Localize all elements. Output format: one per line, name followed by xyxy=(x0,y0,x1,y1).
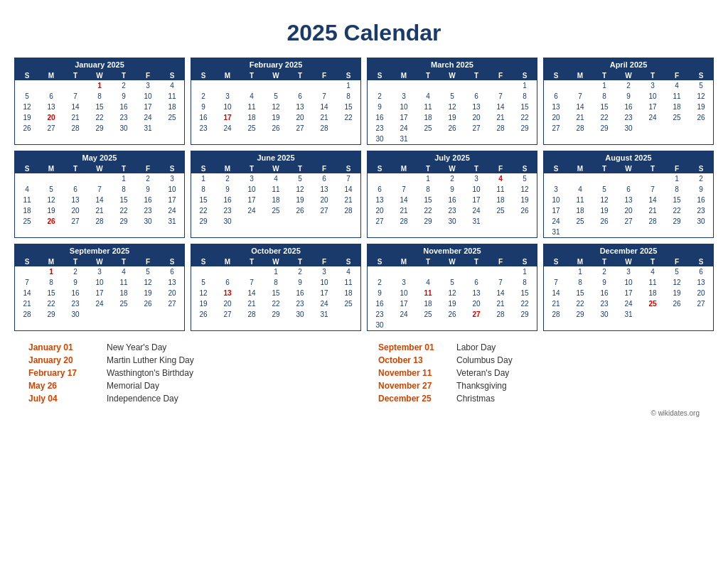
day-cell: 25 xyxy=(488,205,513,216)
day-cell: 2 xyxy=(136,173,160,184)
day-header: F xyxy=(312,164,336,173)
day-cell: 25 xyxy=(160,112,184,123)
day-cell xyxy=(568,227,592,237)
day-cell: 31 xyxy=(464,216,488,227)
day-cell xyxy=(368,173,392,184)
day-cell: 15 xyxy=(264,288,288,298)
day-cell: 26 xyxy=(513,205,537,216)
day-cell: 6 xyxy=(312,173,336,184)
day-cell: 20 xyxy=(39,112,63,123)
day-cell: 8 xyxy=(592,91,616,102)
day-cell xyxy=(665,227,689,237)
day-cell: 18 xyxy=(336,288,360,298)
day-cell: 11 xyxy=(488,184,513,195)
day-cell: 10 xyxy=(616,277,641,288)
day-cell: 12 xyxy=(665,277,689,288)
day-cell: 28 xyxy=(63,123,87,134)
day-cell: 19 xyxy=(592,205,616,216)
day-cell: 14 xyxy=(240,288,264,298)
day-cell: 18 xyxy=(641,288,665,298)
month-block: March 2025SMTWTFS12345678910111213141516… xyxy=(367,58,537,145)
day-cell: 5 xyxy=(264,91,288,102)
day-cell xyxy=(488,320,513,330)
day-cell: 26 xyxy=(264,123,288,134)
month-table: SMTWTFS123456789101112131415161718192021… xyxy=(368,71,537,144)
day-cell xyxy=(513,134,537,144)
day-cell: 12 xyxy=(689,91,713,102)
day-cell: 4 xyxy=(336,266,360,277)
day-cell: 18 xyxy=(264,195,288,205)
day-cell: 3 xyxy=(312,266,336,277)
day-cell: 14 xyxy=(87,195,112,205)
month-header: April 2025 xyxy=(544,58,713,71)
day-cell: 23 xyxy=(368,309,392,320)
day-cell xyxy=(240,216,264,227)
day-cell: 16 xyxy=(368,112,392,123)
holiday-row: November 11Veteran's Day xyxy=(378,368,700,378)
day-cell: 14 xyxy=(641,195,665,205)
day-cell xyxy=(336,123,360,134)
day-cell: 9 xyxy=(368,102,392,112)
day-cell: 14 xyxy=(15,288,39,298)
day-cell xyxy=(488,216,513,227)
day-header: T xyxy=(641,71,665,80)
month-table: SMTWTFS123456789101112131415161718192021… xyxy=(191,164,360,227)
holiday-row: January 20Martin Luther King Day xyxy=(28,355,350,365)
day-cell: 16 xyxy=(440,195,464,205)
day-cell: 1 xyxy=(513,266,537,277)
day-header: S xyxy=(336,257,360,266)
day-cell: 12 xyxy=(39,195,63,205)
day-cell: 12 xyxy=(440,102,464,112)
day-cell xyxy=(15,266,39,277)
day-cell: 7 xyxy=(63,91,87,102)
day-cell xyxy=(416,80,440,91)
day-cell xyxy=(160,123,184,134)
day-header: T xyxy=(464,164,488,173)
holiday-name: Independence Day xyxy=(107,394,178,404)
day-cell xyxy=(464,134,488,144)
day-cell: 11 xyxy=(264,184,288,195)
day-header: T xyxy=(464,71,488,80)
day-cell: 20 xyxy=(215,298,240,309)
day-cell xyxy=(39,80,63,91)
day-header: T xyxy=(288,257,312,266)
holidays-right: September 01Labor DayOctober 13Columbus … xyxy=(378,342,700,406)
day-cell: 2 xyxy=(616,80,641,91)
day-cell: 9 xyxy=(215,184,240,195)
day-cell: 26 xyxy=(136,298,160,309)
day-cell: 26 xyxy=(15,123,39,134)
day-cell: 18 xyxy=(160,102,184,112)
day-cell: 10 xyxy=(215,102,240,112)
day-cell: 7 xyxy=(392,184,416,195)
day-cell: 24 xyxy=(544,216,568,227)
day-cell: 11 xyxy=(15,195,39,205)
day-header: S xyxy=(336,164,360,173)
day-cell xyxy=(440,266,464,277)
day-cell: 28 xyxy=(544,309,568,320)
holiday-date: November 11 xyxy=(378,368,456,378)
day-cell: 5 xyxy=(440,277,464,288)
day-header: M xyxy=(568,71,592,80)
day-cell: 13 xyxy=(544,102,568,112)
day-cell: 21 xyxy=(63,112,87,123)
day-cell: 3 xyxy=(160,173,184,184)
day-cell: 24 xyxy=(136,112,160,123)
month-block: April 2025SMTWTFS12345678910111213141516… xyxy=(543,58,714,145)
day-cell: 9 xyxy=(440,184,464,195)
day-cell: 14 xyxy=(488,102,513,112)
day-header: T xyxy=(641,164,665,173)
day-header: S xyxy=(689,257,713,266)
day-header: T xyxy=(464,257,488,266)
day-cell: 17 xyxy=(240,195,264,205)
day-cell: 8 xyxy=(87,91,112,102)
day-cell: 6 xyxy=(464,277,488,288)
month-block: December 2025SMTWTFS12345678910111213141… xyxy=(543,244,714,331)
day-cell: 17 xyxy=(136,102,160,112)
day-cell xyxy=(87,173,112,184)
day-cell: 12 xyxy=(191,288,215,298)
month-block: June 2025SMTWTFS123456789101112131415161… xyxy=(191,151,361,238)
day-cell: 9 xyxy=(63,277,87,288)
copyright: © wikidates.org xyxy=(14,409,714,417)
day-cell xyxy=(136,309,160,320)
day-cell: 6 xyxy=(464,91,488,102)
